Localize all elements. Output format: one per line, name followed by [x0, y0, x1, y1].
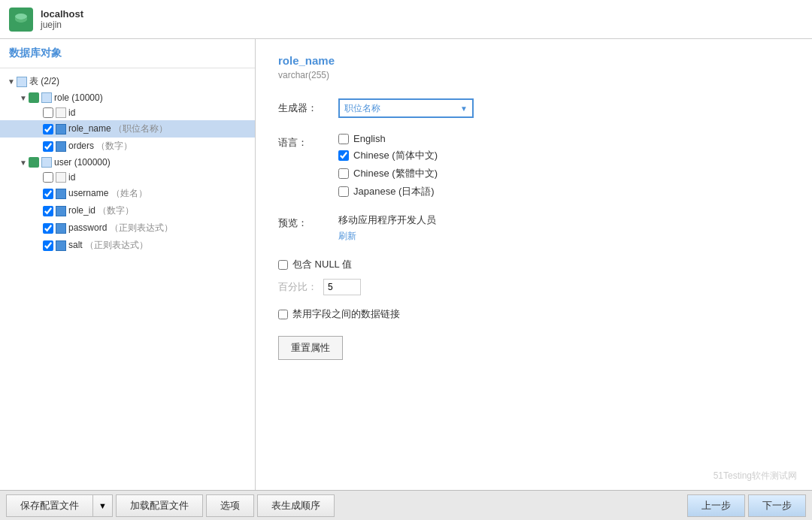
tree-user-id[interactable]: id	[0, 170, 255, 185]
disable-link-checkbox[interactable]	[278, 310, 288, 319]
percent-row: 百分比：	[278, 279, 789, 295]
spacer	[30, 206, 41, 216]
percent-input[interactable]	[323, 279, 361, 295]
spacer	[30, 141, 41, 152]
role-id-checkbox[interactable]	[43, 107, 53, 118]
lang-japanese-checkbox[interactable]	[338, 186, 349, 197]
percent-label: 百分比：	[278, 280, 317, 294]
server-info: localhost juejin	[41, 8, 83, 30]
lang-chinese-t-checkbox[interactable]	[338, 168, 349, 179]
user-salt-label: salt （正则表达式）	[68, 239, 148, 252]
col-icon	[56, 107, 66, 118]
field-title: role_name	[278, 54, 789, 67]
user-username-checkbox[interactable]	[43, 189, 53, 199]
lang-english[interactable]: English	[338, 133, 789, 144]
generate-order-button[interactable]: 表生成顺序	[257, 494, 335, 517]
user-table-label: user (100000)	[54, 157, 111, 168]
generator-select[interactable]: 职位名称 ▼	[338, 98, 474, 118]
user-password-checkbox[interactable]	[43, 223, 53, 234]
save-config-button[interactable]: 保存配置文件	[6, 494, 93, 517]
tables-label: 表 (2/2)	[29, 75, 59, 88]
user-password-label: password （正则表达式）	[68, 222, 173, 234]
db-name: juejin	[41, 20, 83, 30]
top-header: localhost juejin	[0, 0, 812, 39]
null-value-checkbox[interactable]	[278, 260, 288, 270]
reset-button[interactable]: 重置属性	[278, 336, 343, 360]
tree-role-orders[interactable]: orders （数字）	[0, 138, 255, 155]
disable-link-row: 禁用字段之间的数据链接	[278, 307, 789, 321]
language-list: English Chinese (简体中文) Chinese (繁體中文) Ja…	[338, 133, 789, 198]
lang-japanese[interactable]: Japanese (日本語)	[338, 185, 789, 198]
generator-value: 职位名称	[344, 102, 380, 115]
lang-chinese-s-label: Chinese (简体中文)	[353, 149, 438, 162]
language-row: 语言： English Chinese (简体中文) Chinese (繁體中文…	[278, 133, 789, 198]
null-section: 包含 NULL 值 百分比：	[278, 258, 789, 295]
server-icon	[9, 8, 33, 32]
tree-user-role-id[interactable]: role_id （数字）	[0, 202, 255, 219]
language-content: English Chinese (简体中文) Chinese (繁體中文) Ja…	[338, 133, 789, 198]
tree-tables-group[interactable]: ▼ 表 (2/2)	[0, 73, 255, 90]
field-subtitle: varchar(255)	[278, 70, 789, 80]
lang-chinese-s-checkbox[interactable]	[338, 150, 349, 161]
lang-chinese-t-label: Chinese (繁體中文)	[353, 167, 438, 180]
right-panel: role_name varchar(255) 生成器： 职位名称 ▼ 语言： E…	[256, 39, 812, 490]
chevron-down-icon: ▼	[460, 104, 468, 113]
tree-user-password[interactable]: password （正则表达式）	[0, 219, 255, 237]
db-icon	[29, 157, 39, 168]
next-button[interactable]: 下一步	[748, 494, 806, 517]
col-icon-checked	[56, 189, 66, 199]
tree-role-table[interactable]: ▼ role (10000)	[0, 90, 255, 105]
role-name-label: role_name （职位名称）	[68, 122, 168, 135]
tree-user-table[interactable]: ▼ user (100000)	[0, 155, 255, 170]
user-id-checkbox[interactable]	[43, 172, 53, 183]
lang-chinese-t[interactable]: Chinese (繁體中文)	[338, 167, 789, 180]
role-name-checkbox[interactable]	[43, 124, 53, 135]
spacer	[30, 223, 41, 234]
lang-english-checkbox[interactable]	[338, 134, 349, 144]
load-config-button[interactable]: 加载配置文件	[116, 494, 203, 517]
svg-point-0	[15, 14, 27, 20]
language-label: 语言：	[278, 133, 338, 150]
col-icon-checked	[56, 223, 66, 234]
null-value-label: 包含 NULL 值	[292, 258, 352, 271]
refresh-link[interactable]: 刷新	[338, 230, 789, 243]
role-orders-checkbox[interactable]	[43, 141, 53, 152]
role-table-label: role (10000)	[54, 92, 103, 103]
null-checkbox-row: 包含 NULL 值	[278, 258, 789, 271]
disable-link-label: 禁用字段之间的数据链接	[292, 307, 400, 321]
server-name: localhost	[41, 8, 83, 20]
preview-content: 移动应用程序开发人员 刷新	[338, 213, 789, 243]
tree-area: ▼ 表 (2/2) ▼ role (10000) id	[0, 68, 255, 490]
preview-value: 移动应用程序开发人员	[338, 213, 789, 227]
chevron-down-icon: ▼	[18, 157, 29, 168]
col-icon-checked	[56, 240, 66, 251]
table-icon	[41, 157, 52, 168]
user-role-id-label: role_id （数字）	[68, 204, 134, 217]
chevron-down-icon: ▼	[18, 92, 29, 103]
spacer	[30, 189, 41, 199]
user-role-id-checkbox[interactable]	[43, 206, 53, 216]
tree-role-id[interactable]: id	[0, 105, 255, 120]
col-icon-checked	[56, 141, 66, 152]
save-config-arrow[interactable]: ▼	[93, 494, 113, 517]
tree-role-name[interactable]: role_name （职位名称）	[0, 120, 255, 138]
role-orders-label: orders （数字）	[68, 140, 132, 153]
tree-user-username[interactable]: username （姓名）	[0, 185, 255, 202]
spacer	[30, 172, 41, 183]
col-icon-checked	[56, 124, 66, 135]
col-icon	[56, 172, 66, 183]
user-username-label: username （姓名）	[68, 187, 147, 200]
tree-user-salt[interactable]: salt （正则表达式）	[0, 237, 255, 254]
options-button[interactable]: 选项	[206, 494, 254, 517]
lang-chinese-s[interactable]: Chinese (简体中文)	[338, 149, 789, 162]
col-icon-checked	[56, 206, 66, 216]
user-salt-checkbox[interactable]	[43, 240, 53, 251]
prev-button[interactable]: 上一步	[687, 494, 745, 517]
save-config-group: 保存配置文件 ▼	[6, 494, 113, 517]
preview-row: 预览： 移动应用程序开发人员 刷新	[278, 213, 789, 243]
generator-row: 生成器： 职位名称 ▼	[278, 98, 789, 118]
left-panel: 数据库对象 ▼ 表 (2/2) ▼ role (10000) id	[0, 39, 256, 490]
role-id-label: id	[68, 107, 75, 118]
user-id-label: id	[68, 172, 75, 183]
tables-icon	[17, 77, 27, 87]
